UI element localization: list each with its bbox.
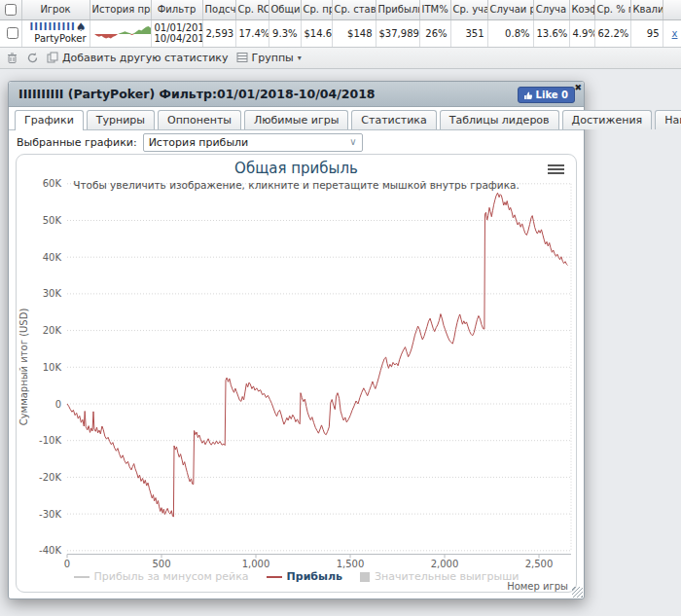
resize-grip[interactable] — [572, 587, 583, 598]
row-checkbox-cell — [0, 19, 21, 47]
column-header[interactable]: Прибыль — [376, 0, 419, 19]
select-all-header[interactable] — [0, 0, 21, 19]
sparkline-cell — [90, 19, 151, 47]
stat-cell-total: 9.3% — [269, 19, 301, 47]
column-header[interactable]: Подсч — [202, 0, 235, 19]
column-header[interactable]: Ср. RC — [235, 0, 269, 19]
column-header[interactable]: История приб — [90, 0, 151, 19]
legend-label: Прибыль — [287, 570, 342, 583]
spade-icon: ♠ — [76, 21, 87, 33]
stat-cell-avg-pct: 62.2% — [594, 19, 630, 47]
select-chevron-icon: ∨ — [349, 136, 356, 147]
svg-text:-40K: -40K — [39, 545, 61, 556]
legend-label: Значительные выигрыши — [375, 570, 519, 583]
graph-select[interactable]: История прибыли ∨ — [143, 133, 363, 152]
add-statistic-button[interactable]: Добавить другую статистику — [47, 52, 229, 64]
filter-cell: 01/01/2018 10/04/2018 — [151, 19, 202, 47]
stats-header-row: ИгрокИстория прибФильтрПодсчСр. RCОбщийС… — [0, 0, 681, 19]
stats-table: ИгрокИстория прибФильтрПодсчСр. RCОбщийС… — [0, 0, 681, 48]
svg-text:1,500: 1,500 — [337, 559, 365, 569]
stat-cell-avg-profit: $14.65 — [301, 19, 332, 47]
profit-chart[interactable]: 60K50K40K30K20K10K0-10K-20K-30K-40K05001… — [16, 154, 577, 593]
svg-text:500: 500 — [152, 559, 170, 569]
stat-cell-quali: 95 — [630, 19, 663, 47]
column-header[interactable]: Ср. учас — [450, 0, 487, 19]
tab-item[interactable]: Достижения — [562, 110, 653, 129]
tab-item[interactable]: Любимые игры — [244, 110, 348, 129]
column-header[interactable]: Игрок — [21, 0, 90, 19]
tab-item[interactable]: Графики — [15, 110, 84, 130]
stat-cell-late: 13.6% — [533, 19, 569, 47]
graph-selector-row: Выбранные графики: История прибыли ∨ — [9, 130, 584, 154]
stat-cell-profit: $37,989 — [376, 19, 419, 47]
stat-cell-early: 0.8% — [487, 19, 533, 47]
table-toolbar: Добавить другую статистику Группы ▾ — [0, 48, 681, 69]
column-header[interactable]: Квали — [630, 0, 663, 19]
facebook-like-button[interactable]: Like 0 — [518, 87, 575, 103]
row-action-cell: x — [663, 19, 681, 47]
tab-item[interactable]: Статистика — [351, 110, 436, 129]
tab-item[interactable]: Турниры — [87, 110, 155, 129]
stat-cell-avg-entrants: 351 — [450, 19, 487, 47]
column-header[interactable]: Коэф — [569, 0, 594, 19]
stats-panel: ИгрокИстория прибФильтрПодсчСр. RCОбщийС… — [0, 0, 681, 69]
thumbs-up-icon — [523, 91, 533, 100]
svg-text:0: 0 — [64, 559, 70, 569]
column-header[interactable]: Ср. пр — [301, 0, 332, 19]
groups-button[interactable]: Группы ▾ — [236, 52, 302, 64]
legend-item[interactable]: Прибыль за минусом рейка — [74, 570, 249, 583]
row-close-link[interactable]: x — [672, 28, 678, 39]
graph-selector-label: Выбранные графики: — [17, 136, 137, 149]
svg-text:40K: 40K — [43, 252, 62, 263]
svg-text:10K: 10K — [43, 362, 62, 373]
close-icon[interactable]: ✖ — [574, 82, 582, 93]
column-header[interactable]: Случаи ра — [487, 0, 533, 19]
svg-text:0: 0 — [55, 399, 61, 410]
profit-line — [67, 193, 568, 517]
svg-text:2,500: 2,500 — [525, 559, 554, 569]
column-header[interactable]: ITM% — [419, 0, 450, 19]
column-header[interactable]: Общий — [269, 0, 301, 19]
x-axis-title: Номер игры — [507, 581, 568, 592]
window-title: IIIIIIIIII (PartyPoker) Фильтр:01/01/201… — [18, 87, 376, 101]
svg-text:2,000: 2,000 — [431, 559, 459, 569]
column-header[interactable]: Фильтр — [151, 0, 202, 19]
legend-swatch — [74, 576, 90, 578]
column-header[interactable]: Ср. ставка — [332, 0, 376, 19]
table-row: IIIIIIIIII ♠ PartyPoker 01/01/2018 10/04… — [0, 19, 681, 47]
select-all-checkbox[interactable] — [5, 4, 17, 16]
column-header[interactable] — [663, 0, 681, 19]
stat-cell-avg-rc: 17.4% — [235, 19, 269, 47]
svg-text:1,000: 1,000 — [242, 559, 270, 569]
legend-item[interactable]: Значительные выигрыши — [360, 570, 519, 583]
legend-item[interactable]: Прибыль — [267, 570, 342, 583]
profit-chart-svg: 60K50K40K30K20K10K0-10K-20K-30K-40K05001… — [17, 155, 576, 592]
chart-legend: Прибыль за минусом рейкаПрибыльЗначитель… — [17, 570, 576, 583]
desktop: { "colors": { "accent_blue": "#4267b2", … — [0, 0, 681, 616]
filter-date-from: 01/01/2018 — [155, 22, 199, 33]
tab-bar: ГрафикиТурнирыОппонентыЛюбимые игрыСтати… — [9, 107, 584, 130]
column-header[interactable]: Ср. % п — [594, 0, 630, 19]
tab-item[interactable]: Найти — [655, 110, 681, 129]
legend-swatch — [267, 576, 282, 578]
svg-text:-30K: -30K — [39, 509, 61, 520]
stat-cell-coef: 4.9% — [569, 19, 594, 47]
chart-menu-icon[interactable] — [548, 164, 564, 176]
filter-date-to: 10/04/2018 — [155, 33, 199, 44]
svg-text:20K: 20K — [43, 325, 62, 336]
player-name[interactable]: IIIIIIIIII — [30, 21, 76, 32]
refresh-icon[interactable] — [26, 52, 39, 64]
svg-text:Суммарный итог (USD): Суммарный итог (USD) — [18, 308, 29, 426]
player-cell[interactable]: IIIIIIIIII ♠ PartyPoker — [21, 19, 90, 47]
trash-icon[interactable] — [6, 52, 18, 64]
player-site: PartyPoker — [25, 33, 87, 45]
copy-plus-icon — [47, 52, 58, 63]
column-header[interactable]: Случа — [533, 0, 569, 19]
profit-sparkline — [93, 22, 152, 42]
stat-cell-count: 2,593 — [202, 19, 235, 47]
chevron-down-icon: ▾ — [298, 54, 302, 62]
tab-item[interactable]: Оппоненты — [158, 110, 241, 129]
tab-item[interactable]: Таблицы лидеров — [440, 110, 559, 129]
window-titlebar[interactable]: IIIIIIIIII (PartyPoker) Фильтр:01/01/201… — [9, 82, 584, 107]
row-checkbox[interactable] — [7, 27, 18, 39]
